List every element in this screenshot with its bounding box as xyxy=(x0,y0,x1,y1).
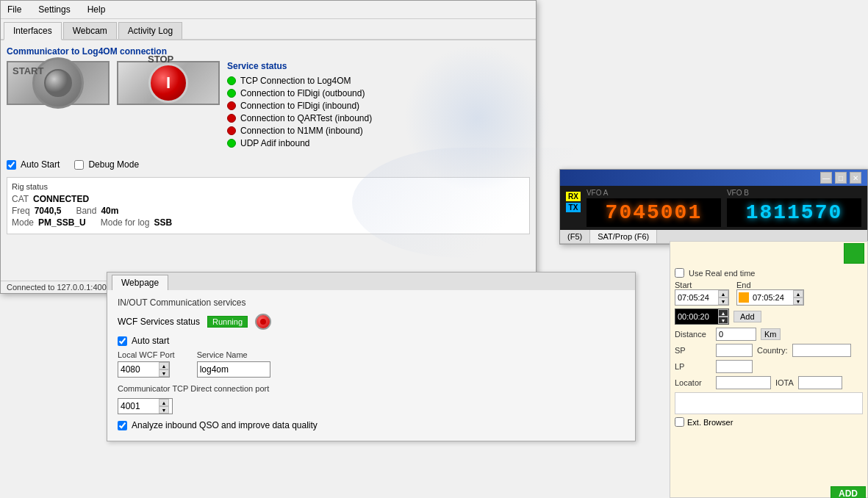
rig-mode-value: PM_SSB_U xyxy=(38,217,86,228)
start-label: START xyxy=(12,65,43,76)
notes-area xyxy=(675,392,863,414)
log-panel: ADD CLR Use Real end time Start ▲ ▼ End xyxy=(670,241,868,498)
service-label-n1mm: Connection to N1MM (inbound) xyxy=(240,126,363,136)
services-content: IN/OUT Communication services WCF Servic… xyxy=(107,290,635,441)
tcp-port-up[interactable]: ▲ xyxy=(159,399,169,406)
rig-cat-value: CONNECTED xyxy=(33,194,89,204)
services-panel: Webpage IN/OUT Communication services WC… xyxy=(107,272,636,441)
ext-browser-row: Ext. Browser xyxy=(675,417,863,427)
local-port-input[interactable] xyxy=(118,362,159,377)
tcp-port-down[interactable]: ▼ xyxy=(159,406,169,414)
log-form: ADD CLR Use Real end time Start ▲ ▼ End xyxy=(670,265,867,430)
tab-webcam[interactable]: Webcam xyxy=(63,22,117,39)
in-out-title: IN/OUT Communication services xyxy=(118,297,625,308)
locator-label: Locator xyxy=(675,378,711,387)
tcp-section: Communicator TCP Direct connection port … xyxy=(118,383,625,414)
sp-input[interactable] xyxy=(716,344,753,357)
stop-button[interactable]: STOP I xyxy=(117,61,220,105)
status-dot-qartest xyxy=(227,114,236,123)
tab-interfaces[interactable]: Interfaces xyxy=(4,22,62,40)
debug-mode-checkbox[interactable] xyxy=(74,160,84,170)
rig-title: Rig status xyxy=(12,182,525,191)
start-time-group: Start ▲ ▼ xyxy=(675,281,729,306)
duration-input[interactable] xyxy=(675,311,718,322)
stop-service-button[interactable] xyxy=(255,314,271,330)
country-input[interactable] xyxy=(792,344,851,357)
tcp-port-input[interactable] xyxy=(118,399,159,414)
menu-settings[interactable]: Settings xyxy=(35,3,73,16)
auto-start-checkbox[interactable] xyxy=(7,160,16,170)
vfo-a-label: VFO A xyxy=(587,189,721,197)
service-name-field: Service Name xyxy=(197,350,270,378)
end-time-group: End ▲ ▼ xyxy=(736,281,804,306)
end-time-up[interactable]: ▲ xyxy=(793,290,803,297)
start-button[interactable]: START xyxy=(7,61,110,105)
duration-down[interactable]: ▼ xyxy=(718,317,728,324)
minimize-button[interactable]: — xyxy=(820,172,832,184)
start-label: Start xyxy=(675,281,729,289)
analyze-checkbox[interactable] xyxy=(118,421,127,430)
menu-help[interactable]: Help xyxy=(85,3,109,16)
rig-band-field: Band 40m xyxy=(76,206,118,216)
end-label: End xyxy=(736,281,804,289)
use-real-time-checkbox[interactable] xyxy=(675,268,684,278)
sub-tab-f5[interactable]: (F5) xyxy=(560,230,590,243)
auto-start-service-checkbox[interactable] xyxy=(118,336,127,346)
start-time-down[interactable]: ▼ xyxy=(718,297,728,305)
webpage-tab[interactable]: Webpage xyxy=(112,275,168,290)
tab-activity-log[interactable]: Activity Log xyxy=(118,22,182,39)
service-item-n1mm: Connection to N1MM (inbound) xyxy=(227,126,530,136)
webpage-tab-bar: Webpage xyxy=(107,273,635,290)
locator-input[interactable] xyxy=(716,376,771,389)
close-button[interactable]: ✕ xyxy=(850,172,861,184)
service-item-qartest: Connection to QARTest (inbound) xyxy=(227,113,530,123)
ext-browser-checkbox[interactable] xyxy=(675,417,684,427)
rig-row-cat: CAT CONNECTED xyxy=(12,194,525,204)
menu-file[interactable]: File xyxy=(4,3,24,16)
locator-row: Locator IOTA xyxy=(675,376,863,389)
status-dot-udp xyxy=(227,139,236,148)
service-name-label: Service Name xyxy=(197,350,270,359)
distance-input[interactable] xyxy=(716,328,756,341)
start-time-up[interactable]: ▲ xyxy=(718,290,728,297)
iota-input[interactable] xyxy=(798,376,842,389)
rig-mode-label: Mode xyxy=(12,217,34,228)
ext-browser-label: Ext. Browser xyxy=(687,418,733,427)
local-port-up[interactable]: ▲ xyxy=(159,362,169,369)
tcp-input-wrap: ▲ ▼ xyxy=(118,398,173,414)
vfo-window: — □ ✕ RX TX VFO A 7045001 VFO B 1811570 … xyxy=(559,169,868,245)
add-button[interactable]: Add xyxy=(734,311,761,322)
end-time-input[interactable] xyxy=(750,290,793,305)
vfo-display: RX TX VFO A 7045001 VFO B 1811570 xyxy=(560,186,867,230)
main-window: File Settings Help Interfaces Webcam Act… xyxy=(0,0,537,294)
local-port-input-wrap: ▲ ▼ xyxy=(118,361,170,378)
sub-tab-sat[interactable]: SAT/Prop (F6) xyxy=(590,230,657,243)
auto-start-service-row: Auto start xyxy=(118,336,625,346)
log-toolbar xyxy=(670,242,867,265)
service-label-fldigi-in: Connection to FlDigi (inbound) xyxy=(240,101,359,111)
start-time-input[interactable] xyxy=(675,290,718,305)
service-name-input[interactable] xyxy=(197,361,270,378)
add-main-button[interactable]: ADD xyxy=(831,486,866,498)
use-real-time-row: Use Real end time xyxy=(675,268,863,278)
lp-input[interactable] xyxy=(716,360,753,373)
rig-freq-label: Freq xyxy=(12,206,30,216)
local-wcf-port-field: Local WCF Port ▲ ▼ xyxy=(118,350,175,378)
vfo-b-section: VFO B 1811570 xyxy=(727,189,861,227)
end-time-down[interactable]: ▼ xyxy=(793,297,803,305)
maximize-button[interactable]: □ xyxy=(835,172,847,184)
tcp-label: Communicator TCP Direct connection port xyxy=(118,384,269,393)
vfo-title-buttons: — □ ✕ xyxy=(820,172,861,184)
local-port-down[interactable]: ▼ xyxy=(159,369,169,377)
green-camera-icon[interactable] xyxy=(844,243,864,264)
debug-mode-label: Debug Mode xyxy=(88,159,139,170)
status-dot-tcp xyxy=(227,76,236,85)
km-badge: Km xyxy=(761,328,781,340)
rig-section: Rig status CAT CONNECTED Freq 7040,5 Ban… xyxy=(7,177,530,234)
service-label-udp: UDP Adif inbound xyxy=(240,138,310,148)
lp-label: LP xyxy=(675,362,711,371)
rig-modelog-field: Mode for log SSB xyxy=(101,217,172,228)
duration-up[interactable]: ▲ xyxy=(718,309,728,317)
wcf-status-badge: Running xyxy=(207,316,248,328)
vfo-a-section: VFO A 7045001 xyxy=(587,189,721,227)
